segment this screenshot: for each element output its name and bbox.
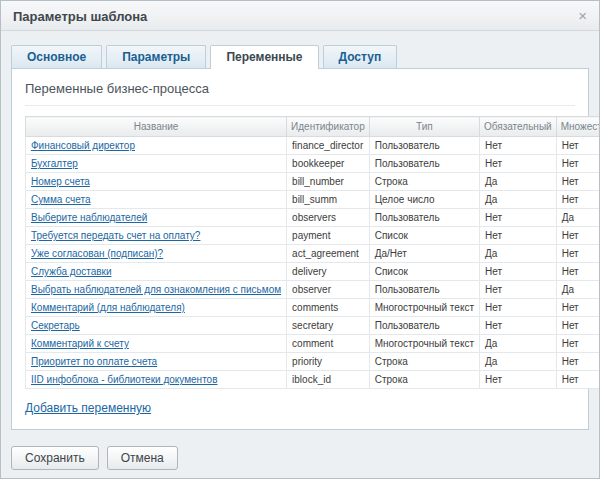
variable-name-link[interactable]: IID инфоблока - библиотеки документов xyxy=(31,374,217,385)
variable-multiple-cell: Нет xyxy=(556,191,600,209)
template-parameters-dialog: Параметры шаблона × Основное Параметры П… xyxy=(0,0,600,479)
dialog-titlebar: Параметры шаблона × xyxy=(1,1,599,31)
variable-required-cell: Нет xyxy=(479,317,556,335)
table-row: Уже согласован (подписан)?act_agreementД… xyxy=(26,245,600,263)
variable-id-cell: observer xyxy=(287,281,370,299)
variable-name-link[interactable]: Выбрать наблюдателей для ознакомления с … xyxy=(31,284,281,295)
variable-multiple-cell: Нет xyxy=(556,245,600,263)
column-header: Множественный xyxy=(556,117,600,137)
variable-type-cell: Строка xyxy=(369,173,479,191)
variable-type-cell: Пользователь xyxy=(369,137,479,155)
variable-name-link[interactable]: Бухгалтер xyxy=(31,158,78,169)
tab-peremennye[interactable]: Переменные xyxy=(210,45,318,69)
close-icon[interactable]: × xyxy=(578,1,587,31)
variable-name-link[interactable]: Сумма счета xyxy=(31,194,91,205)
variable-name-link[interactable]: Номер счета xyxy=(31,176,90,187)
variable-multiple-cell: Нет xyxy=(556,335,600,353)
table-row: СекретарьsecretaryПользовательНетНетИзме… xyxy=(26,317,600,335)
tab-osnovnoe[interactable]: Основное xyxy=(11,45,102,68)
variable-required-cell: Нет xyxy=(479,299,556,317)
table-row: Финансовый директорfinance_directorПольз… xyxy=(26,137,600,155)
variable-multiple-cell: Нет xyxy=(556,155,600,173)
variable-id-cell: iblock_id xyxy=(287,371,370,389)
variable-required-cell: Да xyxy=(479,173,556,191)
table-row: Служба доставкиdeliveryСписокНетНетИзмен… xyxy=(26,263,600,281)
tab-content-panel: Переменные бизнес-процесса НазваниеИдент… xyxy=(11,68,589,430)
variable-name-cell: Номер счета xyxy=(26,173,287,191)
variable-required-cell: Нет xyxy=(479,209,556,227)
section-title: Переменные бизнес-процесса xyxy=(25,79,575,106)
variable-type-cell: Строка xyxy=(369,371,479,389)
table-row: Номер счетаbill_numberСтрокаДаНетИзменит… xyxy=(26,173,600,191)
variable-multiple-cell: Нет xyxy=(556,317,600,335)
variable-name-cell: Требуется передать счет на оплату? xyxy=(26,227,287,245)
variable-name-link[interactable]: Приоритет по оплате счета xyxy=(31,356,157,367)
variable-id-cell: bill_summ xyxy=(287,191,370,209)
variable-name-link[interactable]: Финансовый директор xyxy=(31,140,135,151)
variable-required-cell: Нет xyxy=(479,137,556,155)
variable-name-link[interactable]: Выберите наблюдателей xyxy=(31,212,147,223)
column-header: Идентификатор xyxy=(287,117,370,137)
variable-type-cell: Да/Нет xyxy=(369,245,479,263)
column-header: Обязательный xyxy=(479,117,556,137)
variable-multiple-cell: Нет xyxy=(556,353,600,371)
variable-multiple-cell: Нет xyxy=(556,371,600,389)
tab-bar: Основное Параметры Переменные Доступ xyxy=(1,31,599,68)
variables-table: НазваниеИдентификаторТипОбязательныйМнож… xyxy=(25,116,600,389)
variable-id-cell: comments xyxy=(287,299,370,317)
table-row: Требуется передать счет на оплату?paymen… xyxy=(26,227,600,245)
variable-type-cell: Пользователь xyxy=(369,155,479,173)
variable-id-cell: bookkeeper xyxy=(287,155,370,173)
variable-name-cell: Уже согласован (подписан)? xyxy=(26,245,287,263)
variable-id-cell: finance_director xyxy=(287,137,370,155)
variable-required-cell: Нет xyxy=(479,281,556,299)
table-row: Выбрать наблюдателей для ознакомления с … xyxy=(26,281,600,299)
variable-type-cell: Список xyxy=(369,227,479,245)
save-button[interactable]: Сохранить xyxy=(11,446,99,470)
variable-type-cell: Список xyxy=(369,263,479,281)
dialog-footer: Сохранить Отмена xyxy=(11,446,178,470)
variable-type-cell: Целое число xyxy=(369,191,479,209)
variable-multiple-cell: Да xyxy=(556,209,600,227)
variable-id-cell: priority xyxy=(287,353,370,371)
table-row: Приоритет по оплате счетаpriorityСтрокаД… xyxy=(26,353,600,371)
variable-multiple-cell: Да xyxy=(556,281,600,299)
variable-multiple-cell: Нет xyxy=(556,263,600,281)
variable-type-cell: Многострочный текст xyxy=(369,299,479,317)
variable-required-cell: Да xyxy=(479,353,556,371)
variable-id-cell: comment xyxy=(287,335,370,353)
variable-required-cell: Да xyxy=(479,191,556,209)
variable-name-link[interactable]: Секретарь xyxy=(31,320,80,331)
variable-type-cell: Пользователь xyxy=(369,209,479,227)
dialog-title: Параметры шаблона xyxy=(13,9,147,24)
variable-required-cell: Нет xyxy=(479,371,556,389)
variable-name-link[interactable]: Уже согласован (подписан)? xyxy=(31,248,163,259)
variable-required-cell: Да xyxy=(479,245,556,263)
table-row: Выберите наблюдателейobserversПользовате… xyxy=(26,209,600,227)
add-variable-link[interactable]: Добавить переменную xyxy=(25,401,151,415)
variable-type-cell: Строка xyxy=(369,353,479,371)
variable-multiple-cell: Нет xyxy=(556,299,600,317)
variable-name-link[interactable]: Комментарий (для наблюдателя) xyxy=(31,302,185,313)
variable-name-cell: Секретарь xyxy=(26,317,287,335)
variable-id-cell: act_agreement xyxy=(287,245,370,263)
table-row: Комментарий к счетуcommentМногострочный … xyxy=(26,335,600,353)
variable-name-link[interactable]: Требуется передать счет на оплату? xyxy=(31,230,200,241)
variable-name-cell: Сумма счета xyxy=(26,191,287,209)
variable-id-cell: delivery xyxy=(287,263,370,281)
variable-name-cell: Выбрать наблюдателей для ознакомления с … xyxy=(26,281,287,299)
variable-name-link[interactable]: Комментарий к счету xyxy=(31,338,129,349)
variable-name-cell: Приоритет по оплате счета xyxy=(26,353,287,371)
variable-name-link[interactable]: Служба доставки xyxy=(31,266,112,277)
column-header: Название xyxy=(26,117,287,137)
variable-id-cell: secretary xyxy=(287,317,370,335)
variable-type-cell: Пользователь xyxy=(369,281,479,299)
variable-name-cell: Финансовый директор xyxy=(26,137,287,155)
cancel-button[interactable]: Отмена xyxy=(107,446,178,470)
variable-name-cell: Бухгалтер xyxy=(26,155,287,173)
variable-name-cell: Комментарий (для наблюдателя) xyxy=(26,299,287,317)
tab-parametry[interactable]: Параметры xyxy=(106,45,206,68)
tab-dostup[interactable]: Доступ xyxy=(323,45,398,68)
variable-id-cell: payment xyxy=(287,227,370,245)
table-row: Комментарий (для наблюдателя)commentsМно… xyxy=(26,299,600,317)
